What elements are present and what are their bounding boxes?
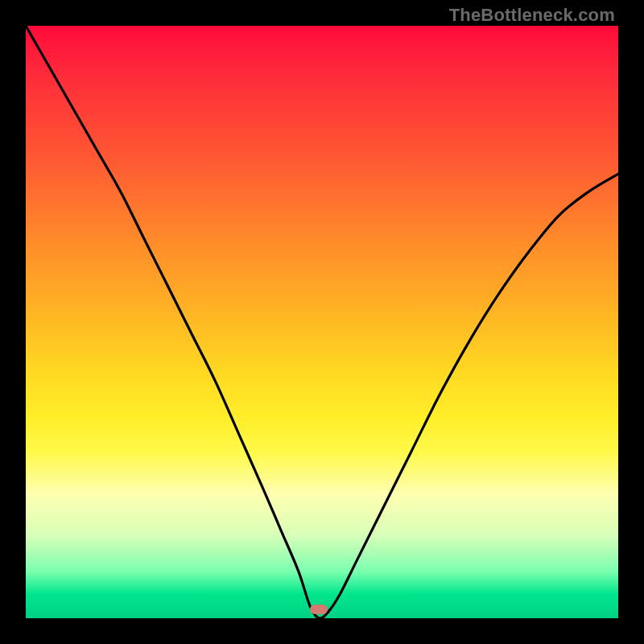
watermark-text: TheBottleneck.com [449,5,615,26]
chart-frame: TheBottleneck.com [0,0,644,644]
minimum-marker [310,605,328,614]
plot-area [26,26,618,618]
